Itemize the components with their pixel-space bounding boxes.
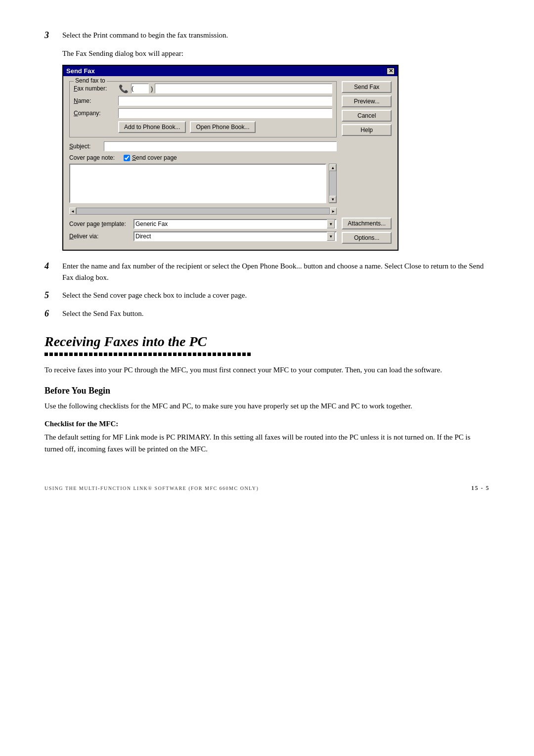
send-cover-page-checkbox[interactable] — [124, 155, 130, 161]
footer-left-text: USING THE MULTI-FUNCTION LINK® SOFTWARE … — [44, 486, 259, 491]
deliver-via-select[interactable]: Direct ▼ — [134, 231, 337, 241]
company-label: Company: — [74, 110, 118, 117]
horiz-scrollbar-track — [76, 208, 330, 215]
section-title: Receiving Faxes into the PC — [44, 334, 490, 350]
dialog-title: Send Fax — [66, 67, 95, 75]
deliver-via-label: Deliver via: — [69, 233, 134, 240]
send-fax-button[interactable]: Send Fax — [342, 81, 392, 93]
step-3-number: 3 — [44, 30, 62, 41]
scroll-up-button[interactable]: ▲ — [329, 164, 336, 171]
fax-number-label: Fax number: — [74, 85, 118, 92]
step-5-number: 5 — [44, 290, 62, 301]
note-area-wrapper: ▲ ▼ — [69, 164, 337, 203]
subject-label: Subject: — [69, 143, 104, 150]
fax-input-group: 📞 ) — [118, 84, 332, 93]
cover-page-template-label: Cover page template: — [69, 221, 134, 227]
company-row: Company: — [74, 108, 332, 118]
help-button[interactable]: Help — [342, 124, 392, 136]
cover-page-template-select[interactable]: Generic Fax ▼ — [134, 219, 337, 229]
dialog-right-panel: Send Fax Preview... Cancel Help Attachme… — [342, 81, 392, 244]
fax-area-code-input[interactable] — [131, 84, 149, 93]
send-fax-to-group: Send fax to Fax number: 📞 ) Name: — [69, 81, 337, 137]
attachments-button[interactable]: Attachments... — [342, 218, 392, 229]
subject-input[interactable] — [104, 141, 337, 151]
send-fax-dialog: Send Fax ✕ Send fax to Fax number: 📞 ) — [62, 65, 399, 251]
fax-paren-close: ) — [151, 85, 153, 92]
scroll-down-button[interactable]: ▼ — [329, 196, 336, 203]
dialog-left-panel: Send fax to Fax number: 📞 ) Name: — [69, 81, 337, 244]
extra-buttons: Attachments... Options... — [342, 218, 392, 244]
section-intro: To receive faxes into your PC through th… — [44, 364, 490, 376]
cover-page-template-value: Generic Fax — [135, 221, 168, 227]
deliver-via-dropdown-arrow[interactable]: ▼ — [327, 232, 335, 241]
cover-page-template-dropdown-arrow[interactable]: ▼ — [327, 220, 335, 228]
cover-page-note-row: Cover page note: Send cover page — [69, 154, 337, 161]
deliver-via-row: Deliver via: Direct ▼ — [69, 231, 337, 241]
fax-number-row: Fax number: 📞 ) — [74, 84, 332, 93]
dialog-titlebar: Send Fax ✕ — [63, 66, 398, 76]
name-row: Name: — [74, 96, 332, 106]
subject-row: Subject: — [69, 141, 337, 151]
send-fax-to-label: Send fax to — [74, 77, 107, 84]
step-4-number: 4 — [44, 261, 62, 271]
vertical-scrollbar[interactable]: ▲ ▼ — [329, 164, 337, 203]
step-3: 3 Select the Print command to begin the … — [44, 30, 490, 41]
cover-page-template-row: Cover page template: Generic Fax ▼ — [69, 219, 337, 229]
step-3-subtext: The Fax Sending dialog box will appear: — [62, 48, 490, 59]
phone-icon: 📞 — [118, 84, 129, 93]
deliver-via-value: Direct — [135, 233, 151, 240]
scrollbar-track — [329, 171, 336, 196]
add-to-phone-book-button[interactable]: Add to Phone Book... — [118, 121, 186, 133]
checklist-mfc-heading: Checklist for the MFC: — [44, 420, 490, 428]
checklist-mfc-text: The default setting for MF Link mode is … — [44, 431, 490, 455]
name-input[interactable] — [118, 96, 332, 106]
step-4-text: Enter the name and fax number of the rec… — [62, 261, 490, 283]
scroll-right-button[interactable]: ► — [330, 208, 337, 215]
section-divider — [44, 353, 490, 356]
step-3-text: Select the Print command to begin the fa… — [62, 30, 228, 41]
cancel-button[interactable]: Cancel — [342, 110, 392, 122]
before-you-begin-heading: Before You Begin — [44, 386, 490, 396]
dialog-body: Send fax to Fax number: 📞 ) Name: — [63, 76, 398, 250]
step-5-text: Select the Send cover page check box to … — [62, 290, 247, 301]
send-cover-page-checkbox-label: Send cover page — [124, 154, 177, 161]
dialog-wrapper: Send Fax ✕ Send fax to Fax number: 📞 ) — [62, 65, 490, 251]
name-label: Name: — [74, 97, 118, 104]
fax-number-input[interactable] — [155, 84, 332, 93]
step-6: 6 Select the Send Fax button. — [44, 308, 490, 319]
open-phone-book-button[interactable]: Open Phone Book... — [190, 121, 255, 133]
footer: USING THE MULTI-FUNCTION LINK® SOFTWARE … — [44, 485, 490, 492]
scroll-left-button[interactable]: ◄ — [69, 208, 76, 215]
cover-note-textarea[interactable] — [69, 164, 326, 203]
cover-page-note-label: Cover page note: — [69, 154, 124, 161]
send-cover-page-label: Send cover page — [132, 154, 177, 161]
preview-button[interactable]: Preview... — [342, 95, 392, 107]
options-button[interactable]: Options... — [342, 232, 392, 244]
company-input[interactable] — [118, 108, 332, 118]
close-icon[interactable]: ✕ — [387, 68, 395, 75]
step-6-number: 6 — [44, 308, 62, 319]
phonebook-button-row: Add to Phone Book... Open Phone Book... — [118, 121, 332, 133]
step-6-text: Select the Send Fax button. — [62, 308, 144, 319]
step-4: 4 Enter the name and fax number of the r… — [44, 261, 490, 283]
before-you-begin-text: Use the following checklists for the MFC… — [44, 400, 490, 412]
footer-page-number: 15 - 5 — [471, 485, 490, 492]
horizontal-scrollbar[interactable]: ◄ ► — [69, 207, 337, 215]
step-5: 5 Select the Send cover page check box t… — [44, 290, 490, 301]
